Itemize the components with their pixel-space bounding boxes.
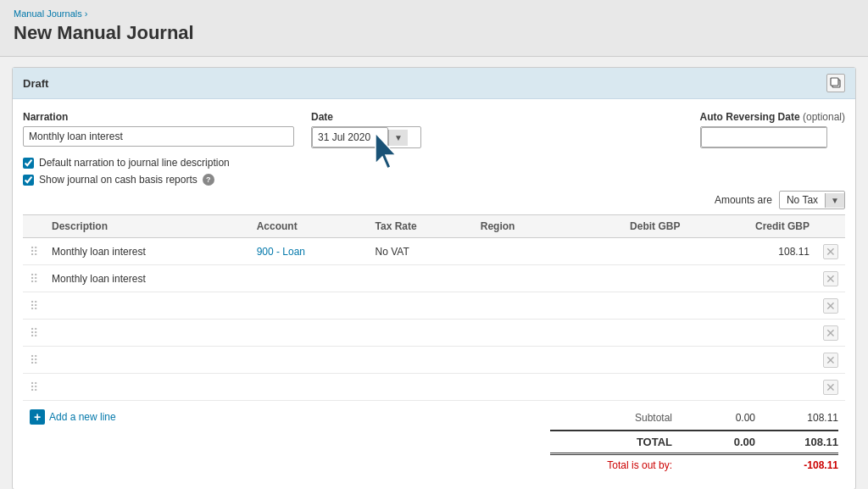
delete-row-button[interactable]: ✕ xyxy=(823,325,838,341)
show-journal-label: Show journal on cash basis reports xyxy=(39,174,198,186)
drag-handle-cell: ⠿ xyxy=(23,347,45,374)
auto-reversing-label: Auto Reversing Date (optional) xyxy=(700,111,845,123)
add-new-line-button[interactable]: + Add a new line xyxy=(30,409,116,425)
debit-cell[interactable] xyxy=(565,265,687,292)
tax-rate-cell[interactable] xyxy=(369,374,474,401)
description-cell[interactable]: Monthly loan interest xyxy=(45,238,250,265)
drag-handle-cell: ⠿ xyxy=(23,238,45,265)
tax-rate-cell[interactable] xyxy=(369,347,474,374)
col-tax-rate: Tax Rate xyxy=(369,215,474,238)
amounts-value: No Tax xyxy=(780,192,825,208)
auto-reversing-input-wrapper: ▼ xyxy=(700,126,827,148)
account-cell[interactable] xyxy=(250,374,369,401)
region-cell[interactable] xyxy=(474,238,565,265)
drag-handle-icon[interactable]: ⠿ xyxy=(30,299,38,313)
credit-cell[interactable] xyxy=(687,347,816,374)
region-cell[interactable] xyxy=(474,292,565,320)
totals-section: Subtotal 0.00 108.11 TOTAL 0.00 108.11 xyxy=(116,409,838,474)
narration-label: Narration xyxy=(23,111,294,123)
out-by-label: Total is out by: xyxy=(584,459,686,471)
account-cell[interactable] xyxy=(250,347,369,374)
out-by-row: Total is out by: -108.11 xyxy=(550,457,838,474)
default-narration-label: Default narration to journal line descri… xyxy=(39,157,230,169)
drag-handle-icon[interactable]: ⠿ xyxy=(30,245,38,258)
table-row: ⠿ ✕ xyxy=(23,292,845,320)
col-description: Description xyxy=(45,215,250,238)
drag-handle-cell: ⠿ xyxy=(23,374,45,401)
credit-cell[interactable] xyxy=(687,292,816,320)
credit-cell[interactable] xyxy=(687,374,816,401)
description-cell[interactable] xyxy=(45,292,250,320)
total-debit: 0.00 xyxy=(686,436,762,448)
debit-cell[interactable] xyxy=(565,320,687,347)
col-debit: Debit GBP xyxy=(565,215,687,238)
region-cell[interactable] xyxy=(474,320,565,347)
date-dropdown-arrow[interactable]: ▼ xyxy=(388,130,408,146)
date-input[interactable] xyxy=(312,127,388,147)
debit-cell[interactable] xyxy=(565,292,687,320)
drag-handle-icon[interactable]: ⠿ xyxy=(30,326,38,340)
tax-rate-cell[interactable] xyxy=(369,265,474,292)
delete-row-button[interactable]: ✕ xyxy=(823,353,838,368)
draft-body: Narration Date ▼ Auto Reversing Date xyxy=(13,99,855,489)
subtotal-credit: 108.11 xyxy=(762,412,838,424)
drag-handle-icon[interactable]: ⠿ xyxy=(30,272,38,286)
account-cell[interactable] xyxy=(250,320,369,347)
credit-cell[interactable]: 108.11 xyxy=(687,238,816,265)
account-cell[interactable] xyxy=(250,292,369,320)
auto-reversing-input[interactable] xyxy=(701,127,827,147)
svg-rect-1 xyxy=(831,78,838,86)
narration-input[interactable] xyxy=(23,126,294,147)
table-row: ⠿ ✕ xyxy=(23,320,845,347)
tax-rate-cell[interactable] xyxy=(369,292,474,320)
total-credit: 108.11 xyxy=(762,436,838,448)
page-header: Manual Journals › New Manual Journal xyxy=(0,0,868,57)
description-cell[interactable] xyxy=(45,320,250,347)
delete-cell: ✕ xyxy=(816,374,845,401)
help-icon[interactable]: ? xyxy=(203,174,214,186)
drag-handle-icon[interactable]: ⠿ xyxy=(30,353,38,367)
credit-cell[interactable] xyxy=(687,265,816,292)
description-cell[interactable]: Monthly loan interest xyxy=(45,265,250,292)
amounts-dropdown-arrow[interactable]: ▼ xyxy=(825,193,844,208)
col-credit: Credit GBP xyxy=(687,215,816,238)
region-cell[interactable] xyxy=(474,265,565,292)
show-journal-checkbox[interactable] xyxy=(23,175,34,186)
credit-cell[interactable] xyxy=(687,320,816,347)
tax-rate-cell[interactable]: No VAT xyxy=(369,238,474,265)
drag-handle-icon[interactable]: ⠿ xyxy=(30,381,38,394)
debit-cell[interactable] xyxy=(565,347,687,374)
copy-button[interactable] xyxy=(826,74,845,92)
auto-reversing-optional: (optional) xyxy=(803,111,845,123)
add-line-label: Add a new line xyxy=(49,411,116,423)
description-cell[interactable] xyxy=(45,347,250,374)
checkbox-row-1: Default narration to journal line descri… xyxy=(23,157,845,169)
default-narration-checkbox[interactable] xyxy=(23,158,34,169)
out-by-value: -108.11 xyxy=(762,459,838,471)
total-label: TOTAL xyxy=(584,436,686,448)
debit-cell[interactable] xyxy=(565,374,687,401)
col-delete xyxy=(816,215,845,238)
account-cell[interactable] xyxy=(250,265,369,292)
delete-row-button[interactable]: ✕ xyxy=(823,271,838,286)
tax-rate-cell[interactable] xyxy=(369,320,474,347)
total-bottom-divider xyxy=(550,453,838,455)
region-cell[interactable] xyxy=(474,347,565,374)
debit-cell[interactable] xyxy=(565,238,687,265)
breadcrumb-parent-link[interactable]: Manual Journals xyxy=(14,8,82,19)
account-cell[interactable]: 900 - Loan xyxy=(250,238,369,265)
subtotal-row: Subtotal 0.00 108.11 xyxy=(550,409,838,426)
description-cell[interactable] xyxy=(45,374,250,401)
date-input-wrapper: ▼ xyxy=(311,126,421,148)
delete-row-button[interactable]: ✕ xyxy=(823,244,838,259)
region-cell[interactable] xyxy=(474,374,565,401)
table-row: ⠿ ✕ xyxy=(23,374,845,401)
subtotal-label: Subtotal xyxy=(584,412,686,424)
table-row: ⠿ ✕ xyxy=(23,347,845,374)
delete-cell: ✕ xyxy=(816,320,845,347)
amounts-label: Amounts are xyxy=(715,194,772,206)
delete-row-button[interactable]: ✕ xyxy=(823,298,838,314)
delete-cell: ✕ xyxy=(816,347,845,374)
delete-row-button[interactable]: ✕ xyxy=(823,380,838,395)
narration-group: Narration xyxy=(23,111,294,147)
